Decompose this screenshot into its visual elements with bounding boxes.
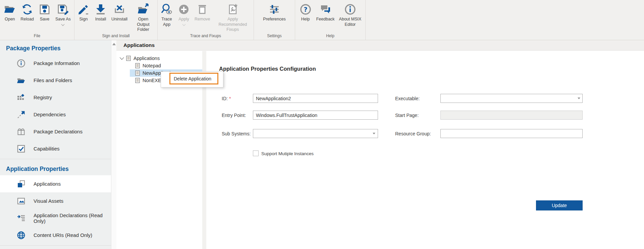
- globe-icon: [17, 231, 25, 240]
- entry-point-field[interactable]: [253, 111, 378, 120]
- delete-application-menu-item[interactable]: Delete Application: [169, 73, 218, 84]
- sidebar-scrollbar[interactable]: [111, 40, 117, 249]
- sidebar-item-package-information[interactable]: Package Information: [0, 55, 111, 72]
- registry-icon: [17, 93, 25, 102]
- ribbon-group-file: OpenReloadSaveSave AsFile: [0, 0, 74, 40]
- sidebar-item-applications[interactable]: Applications: [0, 175, 111, 192]
- ribbon: OpenReloadSaveSave AsFileSignInstallUnin…: [0, 0, 644, 40]
- sub-systems-dropdown[interactable]: [253, 129, 378, 138]
- visual-assets-icon: [17, 197, 25, 205]
- start-page-label: Start Page:: [395, 113, 419, 118]
- sidebar-item-files-and-folders[interactable]: Files and Folders: [0, 72, 111, 89]
- id-field[interactable]: [253, 94, 378, 103]
- save-as-button[interactable]: Save As: [53, 3, 73, 25]
- sidebar-item-label: Registry: [34, 95, 52, 100]
- applications-icon: [17, 180, 25, 188]
- feedback-button[interactable]: Feedback: [314, 3, 337, 22]
- resource-group-field[interactable]: [440, 129, 583, 138]
- apply-recommended-fixups-button[interactable]: Apply Recommended Fixups: [213, 3, 253, 33]
- preferences-icon: [268, 3, 281, 16]
- ribbon-item-label: Preferences: [263, 17, 285, 22]
- ribbon-group-label: Trace and Fixups: [158, 34, 254, 40]
- remove-icon: [196, 3, 209, 16]
- about-msix-editor-button[interactable]: About MSIX Editor: [337, 3, 364, 27]
- apply-button[interactable]: Apply: [175, 3, 192, 25]
- ribbon-item-label: Save: [40, 17, 50, 22]
- ribbon-group-label: Settings: [254, 34, 295, 40]
- open-icon: [3, 3, 16, 16]
- sidebar-item-visual-assets[interactable]: Visual Assets: [0, 192, 111, 209]
- sidebar-heading: Package Properties: [0, 40, 111, 55]
- sidebar-item-label: Package Information: [34, 60, 80, 66]
- ribbon-item-label: Save As: [55, 17, 71, 22]
- save-as-icon: [57, 3, 69, 16]
- capabilities-icon: [17, 144, 25, 153]
- chevron-down-icon[interactable]: [182, 22, 185, 26]
- sidebar-item-package-declarations[interactable]: Package Declarations: [0, 123, 111, 140]
- sidebar: Package PropertiesPackage InformationFil…: [0, 40, 111, 249]
- sidebar-item-capabilities[interactable]: Capabilities: [0, 140, 111, 157]
- sidebar-item-label: Application Declarations (Read Only): [34, 212, 111, 224]
- trace-app-button[interactable]: Trace App: [158, 3, 175, 27]
- sidebar-item-label: Content URIs (Read Only): [34, 232, 92, 238]
- help-icon: ?: [299, 3, 312, 16]
- chevron-down-icon[interactable]: [61, 22, 65, 26]
- tree-item-label: NonEXE: [143, 78, 161, 83]
- help-button[interactable]: ?Help: [297, 3, 314, 22]
- sidebar-item-label: Applications: [34, 181, 61, 187]
- sub-systems-label: Sub Systems:: [222, 131, 251, 136]
- info-icon: [17, 59, 25, 68]
- apply-icon: [177, 3, 190, 16]
- sidebar-item-dependencies[interactable]: Dependencies: [0, 106, 111, 123]
- ribbon-group-help: ?HelpFeedbackAbout MSIX EditorHelp: [295, 0, 366, 40]
- open-output-folder-button[interactable]: Open Output Folder: [130, 3, 157, 33]
- svg-text:?: ?: [304, 6, 307, 13]
- support-multiple-instances-checkbox[interactable]: [253, 150, 259, 156]
- executable-dropdown[interactable]: [440, 94, 583, 103]
- uninstall-button[interactable]: Uninstall: [109, 3, 129, 22]
- document-icon: [135, 70, 140, 76]
- folder-icon: [17, 76, 25, 85]
- scroll-up-icon[interactable]: [112, 43, 116, 45]
- save-button[interactable]: Save: [36, 3, 53, 22]
- reload-button[interactable]: Reload: [18, 3, 36, 22]
- tree-item-notepad[interactable]: Notepad: [116, 62, 202, 69]
- ribbon-item-label: Uninstall: [111, 17, 127, 22]
- install-icon: [94, 3, 107, 16]
- ribbon-item-label: About MSIX Editor: [339, 17, 362, 27]
- executable-label: Executable:: [395, 96, 420, 101]
- ribbon-item-label: Apply Recommended Fixups: [215, 17, 251, 33]
- ribbon-item-label: Feedback: [316, 17, 335, 22]
- chevron-down-icon[interactable]: [120, 55, 124, 60]
- ribbon-item-label: Install: [95, 17, 106, 22]
- app-declarations-icon: [17, 214, 25, 223]
- sidebar-item-label: Dependencies: [34, 112, 66, 117]
- document-icon: [126, 56, 131, 61]
- ribbon-item-label: Open Output Folder: [132, 17, 155, 33]
- open-button[interactable]: Open: [1, 3, 18, 22]
- remove-button[interactable]: Remove: [193, 3, 212, 22]
- form-title: Application Properties Configuration: [219, 66, 316, 72]
- entry-point-label: Entry Point:: [222, 113, 246, 118]
- required-asterisk: *: [229, 96, 231, 101]
- sidebar-item-label: Package Declarations: [34, 129, 83, 134]
- ribbon-groups: OpenReloadSaveSave AsFileSignInstallUnin…: [0, 0, 366, 40]
- sign-button[interactable]: Sign: [75, 3, 92, 22]
- ribbon-group-sign-and-install: SignInstallUninstallOpen Output FolderSi…: [74, 0, 158, 40]
- sidebar-item-content-uris[interactable]: Content URIs (Read Only): [0, 227, 111, 244]
- sidebar-item-registry[interactable]: Registry: [0, 89, 111, 106]
- tree-item-label: Applications: [133, 56, 160, 61]
- install-button[interactable]: Install: [92, 3, 109, 22]
- ribbon-group-label: Help: [295, 34, 365, 40]
- trace-app-icon: [160, 3, 173, 16]
- update-button[interactable]: Update: [536, 200, 583, 210]
- tree-item-applications[interactable]: Applications: [116, 55, 202, 62]
- ribbon-group-label: Sign and Install: [74, 34, 157, 40]
- fixups-icon: [226, 3, 239, 16]
- gift-icon: [17, 127, 25, 136]
- ribbon-item-label: Remove: [195, 17, 210, 22]
- sidebar-item-application-declarations[interactable]: Application Declarations (Read Only): [0, 209, 111, 227]
- sign-icon: [77, 3, 90, 16]
- ribbon-group-trace-and-fixups: Trace AppApplyRemoveApply Recommended Fi…: [158, 0, 254, 40]
- preferences-button[interactable]: Preferences: [261, 3, 287, 22]
